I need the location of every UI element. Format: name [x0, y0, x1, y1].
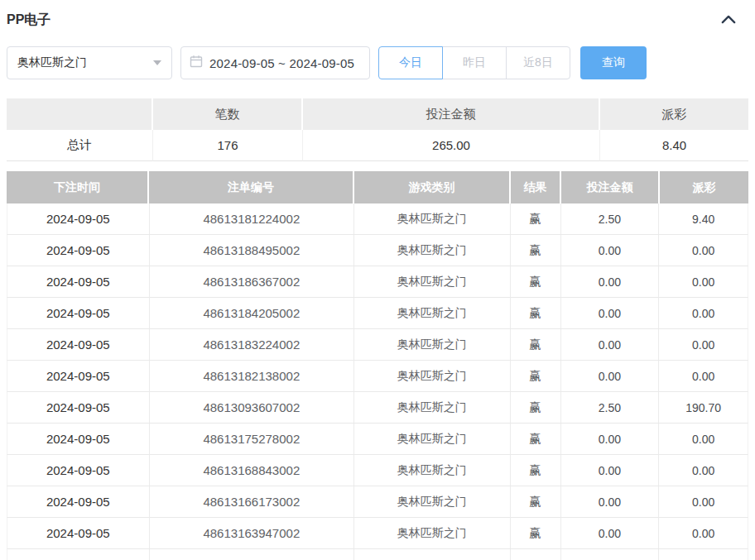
summary-table: 笔数 投注金额 派彩 总计 176 265.00 8.40: [7, 98, 748, 161]
cell-result: [511, 549, 561, 560]
quick-date-button-group: 今日 昨日 近8日: [378, 46, 570, 79]
cell-order-id: 48613188495002: [150, 235, 354, 266]
chevron-down-icon: [153, 60, 161, 65]
table-body: 2024-09-0548613181224002奥林匹斯之门赢2.509.402…: [7, 203, 748, 560]
summary-col-blank: [7, 98, 153, 130]
yesterday-button[interactable]: 昨日: [442, 46, 507, 79]
filter-bar: 奥林匹斯之门 2024-09-05 ~ 2024-09-05 今日 昨日 近8日…: [7, 46, 748, 79]
cell-order-id: 48613182138002: [150, 361, 354, 391]
cell-payout: 0.00: [659, 486, 748, 517]
table-row: 2024-09-0548613163947002奥林匹斯之门赢0.000.00: [7, 518, 748, 549]
calendar-icon: [190, 55, 209, 71]
cell-order-id: 48613163947002: [150, 518, 354, 548]
cell-game-type: 奥林匹斯之门: [354, 266, 511, 297]
cell-bet-amount: 0.00: [561, 518, 660, 548]
summary-col-count: 笔数: [153, 98, 303, 130]
cell-order-id: 48613175278002: [150, 424, 354, 454]
cell-bet-time: 2024-09-05: [7, 455, 150, 486]
chevron-up-icon: [721, 14, 736, 26]
cell-result: 赢: [511, 266, 561, 297]
cell-payout: 0.00: [659, 455, 748, 486]
pp-games-panel: PP电子 奥林匹斯之门 2024-09-05 ~ 2024-09-05: [0, 0, 755, 560]
cell-payout: 0.00: [659, 329, 748, 360]
panel-header: PP电子: [7, 10, 748, 30]
cell-result: 赢: [511, 329, 561, 360]
cell-result: 赢: [511, 486, 561, 517]
col-header-result: 结果: [511, 171, 561, 203]
table-row: 2024-09-0548613181224002奥林匹斯之门赢2.509.40: [7, 203, 748, 235]
cell-game-type: 奥林匹斯之门: [354, 424, 511, 454]
cell-game-type: 奥林匹斯之门: [354, 329, 511, 360]
summary-total-row: 总计 176 265.00 8.40: [7, 130, 748, 161]
cell-bet-amount: 0.00: [561, 455, 660, 486]
today-button[interactable]: 今日: [378, 46, 443, 79]
cell-result: 赢: [511, 455, 561, 486]
cell-bet-time: 2024-09-05: [7, 235, 150, 266]
cell-order-id: 48613168843002: [150, 455, 354, 486]
summary-total-bet-amount: 265.00: [303, 130, 600, 161]
cell-bet-amount: 0.00: [561, 486, 660, 517]
cell-bet-time: [7, 549, 150, 560]
cell-result: 赢: [511, 361, 561, 391]
cell-bet-time: 2024-09-05: [7, 392, 150, 423]
cell-game-type: 奥林匹斯之门: [354, 392, 511, 423]
table-row: 2024-09-0548613188495002奥林匹斯之门赢0.000.00: [7, 235, 748, 266]
cell-bet-time: 2024-09-05: [7, 266, 150, 297]
cell-bet-time: 2024-09-05: [7, 203, 150, 234]
cell-order-id: 48613184205002: [150, 298, 354, 328]
cell-game-type: 奥林匹斯之门: [354, 455, 511, 486]
cell-payout: 0.00: [659, 266, 748, 297]
cell-bet-time: 2024-09-05: [7, 298, 150, 328]
cell-bet-time: 2024-09-05: [7, 486, 150, 517]
table-row: 2024-09-0548613186367002奥林匹斯之门赢0.000.00: [7, 266, 748, 298]
cell-payout: 0.00: [659, 424, 748, 454]
cell-payout: [659, 549, 748, 560]
cell-order-id: [150, 549, 354, 560]
cell-bet-amount: 0.00: [561, 298, 660, 328]
cell-bet-amount: 0.00: [561, 329, 660, 360]
table-row: 2024-09-0548613168843002奥林匹斯之门赢0.000.00: [7, 455, 748, 486]
summary-header-row: 笔数 投注金额 派彩: [7, 98, 748, 130]
collapse-panel-button[interactable]: [719, 12, 738, 27]
cell-game-type: 奥林匹斯之门: [354, 361, 511, 391]
page-title: PP电子: [7, 12, 50, 29]
table-row: 2024-09-0548613093607002奥林匹斯之门赢2.50190.7…: [7, 392, 748, 424]
summary-total-label: 总计: [7, 130, 153, 161]
date-range-picker[interactable]: 2024-09-05 ~ 2024-09-05: [180, 46, 370, 79]
last-8-days-button[interactable]: 近8日: [506, 46, 570, 79]
cell-order-id: 48613183224002: [150, 329, 354, 360]
cell-order-id: 48613186367002: [150, 266, 354, 297]
table-row: 2024-09-0548613182138002奥林匹斯之门赢0.000.00: [7, 361, 748, 392]
cell-payout: 9.40: [659, 203, 748, 234]
bet-records-table: 下注时间 注单编号 游戏类别 结果 投注金额 派彩 2024-09-054861…: [7, 171, 748, 560]
cell-game-type: 奥林匹斯之门: [354, 486, 511, 517]
cell-game-type: 奥林匹斯之门: [354, 298, 511, 328]
cell-bet-amount: 0.00: [561, 235, 660, 266]
search-button[interactable]: 查询: [580, 46, 647, 79]
cell-game-type: 奥林匹斯之门: [354, 518, 511, 548]
cell-game-type: 奥林匹斯之门: [354, 235, 511, 266]
cell-result: 赢: [511, 392, 561, 423]
cell-game-type: 奥林匹斯之门: [354, 203, 511, 234]
game-select-value: 奥林匹斯之门: [17, 55, 87, 70]
summary-total-count: 176: [153, 130, 303, 161]
table-row: 2024-09-0548613166173002奥林匹斯之门赢0.000.00: [7, 486, 748, 518]
table-header-row: 下注时间 注单编号 游戏类别 结果 投注金额 派彩: [7, 171, 748, 203]
cell-bet-time: 2024-09-05: [7, 361, 150, 391]
cell-bet-amount: 2.50: [561, 203, 660, 234]
summary-col-bet-amount: 投注金额: [303, 98, 600, 130]
cell-bet-amount: 0.00: [561, 266, 660, 297]
cell-bet-amount: 0.00: [561, 361, 660, 391]
cell-bet-amount: [561, 549, 660, 560]
col-header-payout: 派彩: [660, 171, 748, 203]
col-header-order-id: 注单编号: [149, 171, 354, 203]
cell-order-id: 48613166173002: [150, 486, 354, 517]
cell-order-id: 48613093607002: [150, 392, 354, 423]
date-range-value: 2024-09-05 ~ 2024-09-05: [209, 56, 354, 70]
game-select[interactable]: 奥林匹斯之门: [7, 46, 172, 79]
cell-bet-amount: 2.50: [561, 392, 660, 423]
cell-game-type: [354, 549, 511, 560]
col-header-bet-amount: 投注金额: [561, 171, 660, 203]
cell-bet-time: 2024-09-05: [7, 424, 150, 454]
cell-result: 赢: [511, 424, 561, 454]
